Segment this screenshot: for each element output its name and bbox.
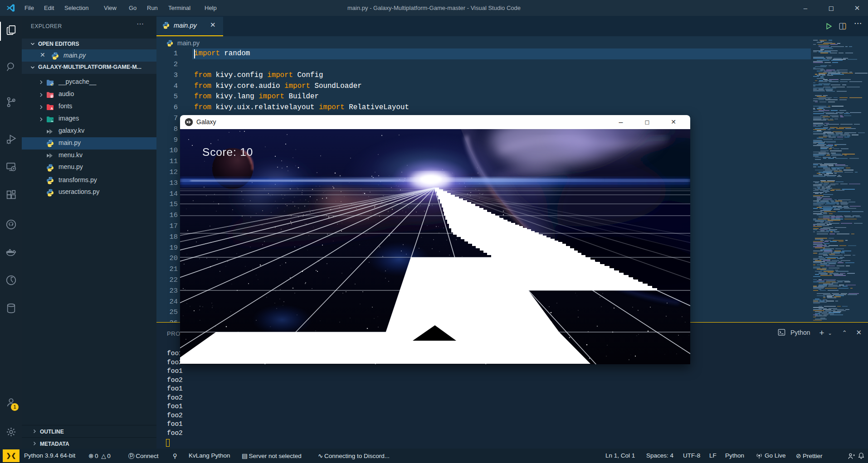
svg-text:Score: 10: Score: 10 — [202, 146, 253, 158]
svg-text:A: A — [50, 106, 53, 111]
